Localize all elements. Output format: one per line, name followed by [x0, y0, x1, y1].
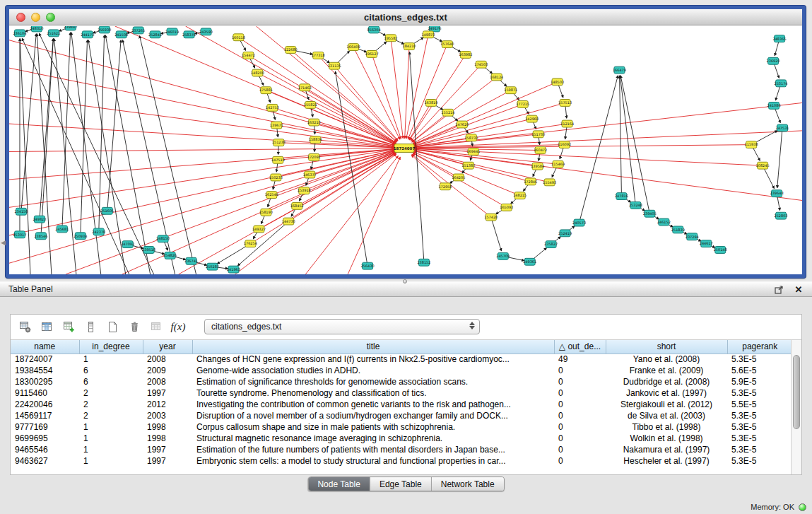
window-titlebar[interactable]: citations_edges.txt: [9, 9, 802, 25]
table-cell[interactable]: 0: [554, 410, 606, 421]
table-cell[interactable]: Estimation of significance thresholds fo…: [192, 376, 554, 387]
table-cell[interactable]: 1: [79, 421, 143, 433]
table-cell[interactable]: 5.3E-5: [727, 410, 792, 421]
table-cell[interactable]: 19384554: [11, 365, 79, 376]
table-cell[interactable]: 5.3E-5: [727, 444, 792, 455]
table-cell[interactable]: 2003: [143, 410, 192, 421]
table-cell[interactable]: 9465546: [11, 444, 79, 455]
table-cell[interactable]: de Silva et al. (2003): [606, 410, 727, 421]
table-cell[interactable]: 5.3E-5: [727, 455, 792, 467]
table-cell[interactable]: Nakamura et al. (1997): [606, 444, 727, 455]
table-cell[interactable]: 0: [554, 433, 606, 444]
splitter-handle[interactable]: [403, 279, 407, 284]
table-cell[interactable]: 1: [79, 354, 143, 365]
table-row[interactable]: 911546021997Tourette syndrome. Phenomeno…: [11, 387, 792, 399]
vertical-scrollbar[interactable]: [791, 340, 801, 474]
table-cell[interactable]: 5.9E-5: [727, 376, 792, 387]
float-panel-icon[interactable]: [774, 284, 784, 294]
table-cell[interactable]: 0: [554, 365, 606, 376]
table-cell[interactable]: 0: [554, 376, 606, 387]
table-cell[interactable]: Tibbo et al. (1998): [606, 421, 727, 433]
table-cell[interactable]: 1997: [143, 444, 192, 455]
table-cell[interactable]: 5.5E-5: [727, 399, 792, 410]
table-cell[interactable]: 2: [79, 410, 143, 421]
table-cell[interactable]: 1: [79, 433, 143, 444]
single-column-icon[interactable]: [83, 320, 98, 334]
table-cell[interactable]: 2012: [143, 399, 192, 410]
tab-edge-table[interactable]: Edge Table: [370, 477, 431, 491]
table-cell[interactable]: Jankovic et al. (1997): [606, 387, 727, 399]
table-cell[interactable]: Disruption of a novel member of a sodium…: [192, 410, 554, 421]
table-cell[interactable]: 1998: [143, 421, 192, 433]
table-row[interactable]: 946554611997Estimation of the future num…: [11, 444, 792, 455]
table-cell[interactable]: Wolkin et al. (1998): [606, 433, 727, 444]
table-cell[interactable]: Hescheler et al. (1997): [606, 455, 727, 467]
table-row[interactable]: 1830029562008Estimation of significance …: [11, 376, 792, 387]
table-cell[interactable]: 18724007: [11, 354, 79, 365]
scrollbar-thumb[interactable]: [793, 355, 800, 429]
close-window-button[interactable]: [16, 13, 25, 22]
table-cell[interactable]: 2009: [143, 365, 192, 376]
table-row[interactable]: 977716911998Corpus callosum shape and si…: [11, 421, 792, 433]
table-cell[interactable]: 0: [554, 421, 606, 433]
table-row[interactable]: 969969511998Structural magnetic resonanc…: [11, 433, 792, 444]
table-row[interactable]: 2242004622012Investigating the contribut…: [11, 399, 792, 410]
table-cell[interactable]: 9463627: [11, 455, 79, 467]
table-row[interactable]: 946362711997Embryonic stem cells: a mode…: [11, 455, 792, 467]
column-header-year[interactable]: year: [143, 340, 192, 354]
table-cell[interactable]: 2008: [143, 354, 192, 365]
table-cell[interactable]: Embryonic stem cells: a model to study s…: [192, 455, 554, 467]
table-cell[interactable]: 0: [554, 387, 606, 399]
table-cell[interactable]: 1997: [143, 455, 192, 467]
column-header-title[interactable]: title: [192, 340, 554, 354]
table-cell[interactable]: Corpus callosum shape and size in male p…: [192, 421, 554, 433]
table-cell[interactable]: 9777169: [11, 421, 79, 433]
table-cell[interactable]: 2008: [143, 376, 192, 387]
table-cell[interactable]: 5.3E-5: [727, 433, 792, 444]
function-builder-button[interactable]: f(x): [171, 320, 185, 334]
tab-network-table[interactable]: Network Table: [431, 477, 504, 491]
table-cell[interactable]: 14569117: [11, 410, 79, 421]
tab-node-table[interactable]: Node Table: [308, 477, 370, 491]
table-cell[interactable]: Genome-wide association studies in ADHD.: [192, 365, 554, 376]
table-cell[interactable]: Yano et al. (2008): [606, 354, 727, 365]
table-cell[interactable]: 9699695: [11, 433, 79, 444]
table-cell[interactable]: 0: [554, 455, 606, 467]
table-cell[interactable]: 1998: [143, 433, 192, 444]
create-column-icon[interactable]: [61, 320, 76, 334]
table-cell[interactable]: 6: [79, 376, 143, 387]
table-cell[interactable]: 2: [79, 387, 143, 399]
column-header-short[interactable]: short: [606, 340, 727, 354]
column-header-in_degree[interactable]: in_degree: [79, 340, 143, 354]
table-cell[interactable]: 0: [554, 444, 606, 455]
table-cell[interactable]: 2: [79, 399, 143, 410]
table-cell[interactable]: 6: [79, 365, 143, 376]
table-cell[interactable]: 5.3E-5: [727, 421, 792, 433]
table-cell[interactable]: 1: [79, 455, 143, 467]
close-panel-icon[interactable]: ✕: [794, 284, 804, 294]
column-header-out_de[interactable]: △ out_de...: [554, 340, 606, 354]
table-cell[interactable]: 9115460: [11, 387, 79, 399]
table-mode-icon[interactable]: [18, 320, 32, 334]
table-cell[interactable]: Estimation of the future numbers of pati…: [192, 444, 554, 455]
table-cell[interactable]: 0: [554, 399, 606, 410]
table-cell[interactable]: Changes of HCN gene expression and I(f) …: [192, 354, 554, 365]
show-columns-icon[interactable]: [40, 320, 54, 334]
collapse-panel-arrow-icon[interactable]: ◀: [1, 239, 6, 246]
table-cell[interactable]: 5.6E-5: [727, 365, 792, 376]
table-cell[interactable]: Dudbridge et al. (2008): [606, 376, 727, 387]
table-cell[interactable]: Tourette syndrome. Phenomenology and cla…: [192, 387, 554, 399]
table-cell[interactable]: 22420046: [11, 399, 79, 410]
table-cell[interactable]: 49: [554, 354, 606, 365]
table-row[interactable]: 1456911722003Disruption of a novel membe…: [11, 410, 792, 421]
table-cell[interactable]: 1997: [143, 387, 192, 399]
table-cell[interactable]: 18300295: [11, 376, 79, 387]
table-cell[interactable]: 5.3E-5: [727, 387, 792, 399]
minimize-window-button[interactable]: [31, 13, 40, 22]
delete-column-trash-icon[interactable]: [127, 320, 141, 334]
table-cell[interactable]: 5.3E-5: [727, 354, 792, 365]
new-table-icon[interactable]: [105, 320, 119, 334]
zoom-window-button[interactable]: [46, 13, 55, 22]
import-table-icon[interactable]: [149, 320, 163, 334]
table-cell[interactable]: Franke et al. (2009): [606, 365, 727, 376]
